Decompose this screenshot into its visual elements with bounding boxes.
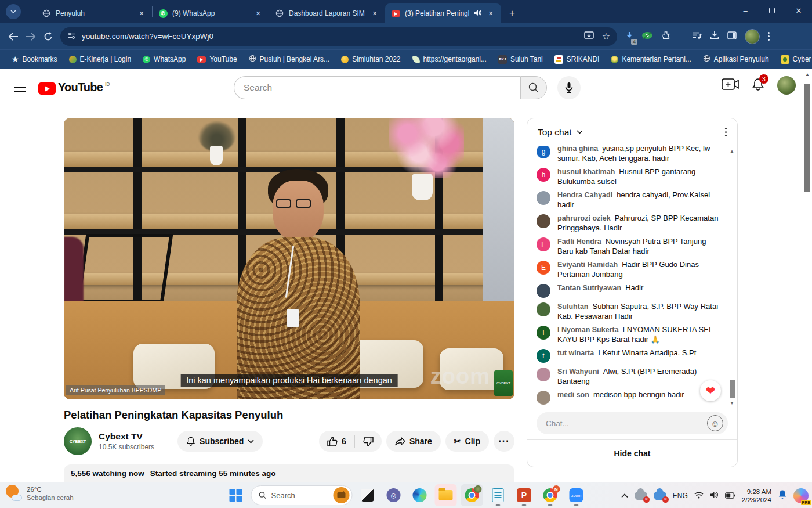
onedrive-gray-icon[interactable]: ✕ <box>635 491 647 500</box>
avatar[interactable]: t <box>536 349 550 363</box>
chat-scroll-up-icon[interactable]: ▲ <box>730 149 734 154</box>
downloads-icon[interactable] <box>710 31 719 42</box>
hamburger-menu-icon[interactable] <box>8 76 31 99</box>
avatar[interactable] <box>536 191 550 205</box>
chat-author[interactable]: tut winarta <box>557 349 594 357</box>
bookmark-srikandi[interactable]: SRIKANDI <box>550 53 604 66</box>
chat-input-pill[interactable]: ☺ <box>536 412 728 434</box>
tab-close-icon[interactable]: ✕ <box>253 9 263 18</box>
extensions-puzzle-icon[interactable] <box>661 31 670 42</box>
page-scrollbar-thumb[interactable] <box>804 84 810 192</box>
chat-author[interactable]: Hendra Cahyadi <box>557 191 612 199</box>
avatar[interactable]: I <box>536 326 550 340</box>
channel-name[interactable]: Cybext TV <box>99 431 154 442</box>
avatar[interactable] <box>536 302 550 316</box>
start-button[interactable] <box>225 484 247 506</box>
taskbar-powerpoint[interactable]: P <box>513 484 535 506</box>
avatar[interactable] <box>536 368 550 381</box>
bookmark-aplikasi-penyuluh[interactable]: Aplikasi Penyuluh <box>698 52 774 66</box>
bookmark-youtube[interactable]: YouTube <box>193 53 241 66</box>
avatar[interactable]: h <box>536 168 550 182</box>
create-video-button[interactable] <box>722 78 739 93</box>
chat-author[interactable]: Eviyanti Hamidah <box>557 261 618 269</box>
chat-author[interactable]: ghina ghina <box>557 146 598 153</box>
share-button[interactable]: Share <box>386 431 441 452</box>
subscribed-button[interactable]: Subscribed <box>177 431 263 452</box>
bookmark-pusluh[interactable]: Pusluh | Bengkel Ars... <box>244 52 335 66</box>
adguard-extension-icon[interactable] <box>641 31 653 42</box>
bookmark-suluh-tani[interactable]: PKJ Suluh Tani <box>494 53 548 66</box>
channel-avatar[interactable]: CYBEXT <box>64 427 92 455</box>
bookmark-e-kinerja[interactable]: E-Kinerja | Login <box>64 53 136 66</box>
taskbar-teams[interactable]: ◎ <box>383 484 405 506</box>
minimize-button[interactable]: – <box>732 0 759 21</box>
avatar[interactable]: E <box>536 261 550 275</box>
chat-author[interactable]: medi son <box>557 391 589 399</box>
hide-chat-button[interactable]: Hide chat <box>527 439 737 467</box>
idm-extension-icon[interactable]: 4 <box>625 31 633 42</box>
avatar[interactable]: F <box>536 237 550 251</box>
tab-search-chevron-icon[interactable] <box>6 4 21 19</box>
search-input[interactable] <box>244 82 511 93</box>
onedrive-blue-icon[interactable]: ✕ <box>654 491 666 500</box>
new-tab-button[interactable]: + <box>505 6 520 21</box>
chat-scrollbar-thumb[interactable] <box>730 380 735 398</box>
taskbar-edge[interactable] <box>409 484 431 506</box>
chat-scroll-down-icon[interactable]: ▼ <box>730 401 734 406</box>
avatar[interactable] <box>536 214 550 228</box>
chat-author[interactable]: Tantan Sutriyawan <box>557 284 621 292</box>
video-player[interactable]: Ini kan menyampaikan produksi Hai berken… <box>64 118 514 399</box>
clip-button[interactable]: ✂ Clip <box>445 431 489 452</box>
back-button[interactable] <box>5 28 22 45</box>
tab-whatsapp[interactable]: ✆ (9) WhatsApp ✕ <box>153 3 269 23</box>
url-text[interactable]: youtube.com/watch?v=wFceUYxpWj0 <box>82 32 578 41</box>
browser-menu-kebab-icon[interactable] <box>768 31 770 42</box>
chat-author[interactable]: Suluhtan <box>557 302 588 311</box>
youtube-logo[interactable]: YouTube ID <box>38 81 110 95</box>
more-actions-button[interactable]: ··· <box>494 431 514 452</box>
page-scrollbar[interactable]: ▲ <box>803 69 812 482</box>
chat-author[interactable]: husnul khatimah <box>557 168 615 176</box>
tray-chevron-up-icon[interactable] <box>621 492 628 499</box>
address-bar[interactable]: youtube.com/watch?v=wFceUYxpWj0 ☆ <box>60 27 617 46</box>
taskbar-search-input[interactable] <box>271 491 329 500</box>
search-button[interactable] <box>520 76 547 99</box>
taskbar-weather-widget[interactable]: 26°C Sebagian cerah <box>5 485 74 502</box>
video-stats-box[interactable]: 5,556 watching now Started streaming 55 … <box>64 464 514 482</box>
reload-button[interactable] <box>39 28 57 45</box>
taskbar-file-explorer[interactable] <box>435 484 457 506</box>
maximize-button[interactable] <box>759 0 785 21</box>
chat-messages-list[interactable]: g ghina ghinayusina,sp penyuluh BPP Kec,… <box>527 146 737 407</box>
scroll-up-icon[interactable]: ▲ <box>805 72 810 77</box>
chat-input[interactable] <box>546 419 707 428</box>
tab-close-icon[interactable]: ✕ <box>486 9 495 18</box>
taskbar-zoom[interactable]: zoom <box>566 484 588 506</box>
voice-search-button[interactable] <box>557 76 581 99</box>
side-panel-icon[interactable] <box>727 31 737 42</box>
copilot-icon[interactable]: PRE <box>793 488 809 503</box>
cast-install-icon[interactable] <box>584 31 594 42</box>
taskbar-app-contrast[interactable] <box>357 484 379 506</box>
bookmark-simluhtan[interactable]: Simluhtan 2022 <box>336 53 405 66</box>
taskbar-chrome[interactable] <box>461 484 483 506</box>
tab-pelatihan-active[interactable]: (3) Pelatihan Peningkatan K ✕ <box>385 3 501 23</box>
tab-dashboard-simluhtan[interactable]: Dashboard Laporan SIMLUHTAN ✕ <box>269 3 385 23</box>
tab-close-icon[interactable]: ✕ <box>137 9 146 18</box>
youtube-profile-avatar[interactable] <box>777 76 796 95</box>
chat-author[interactable]: Sri Wahyuni <box>557 368 599 376</box>
language-indicator[interactable]: ENG <box>673 492 688 500</box>
chat-mode-dropdown[interactable]: Top chat <box>538 127 583 138</box>
close-button[interactable]: ✕ <box>785 0 812 21</box>
emoji-icon[interactable]: ☺ <box>707 415 723 431</box>
notifications-bell-icon[interactable]: 3 <box>752 77 764 93</box>
taskbar-search[interactable] <box>251 485 353 505</box>
volume-icon[interactable] <box>710 491 719 501</box>
taskbar-chrome-2[interactable]: N <box>539 484 561 506</box>
forward-button[interactable] <box>22 28 39 45</box>
chat-menu-kebab-icon[interactable] <box>725 127 727 138</box>
avatar[interactable] <box>536 284 550 298</box>
wifi-icon[interactable] <box>694 491 704 501</box>
dislike-button[interactable] <box>355 437 382 446</box>
avatar[interactable] <box>536 391 550 405</box>
avatar[interactable]: g <box>536 146 550 158</box>
